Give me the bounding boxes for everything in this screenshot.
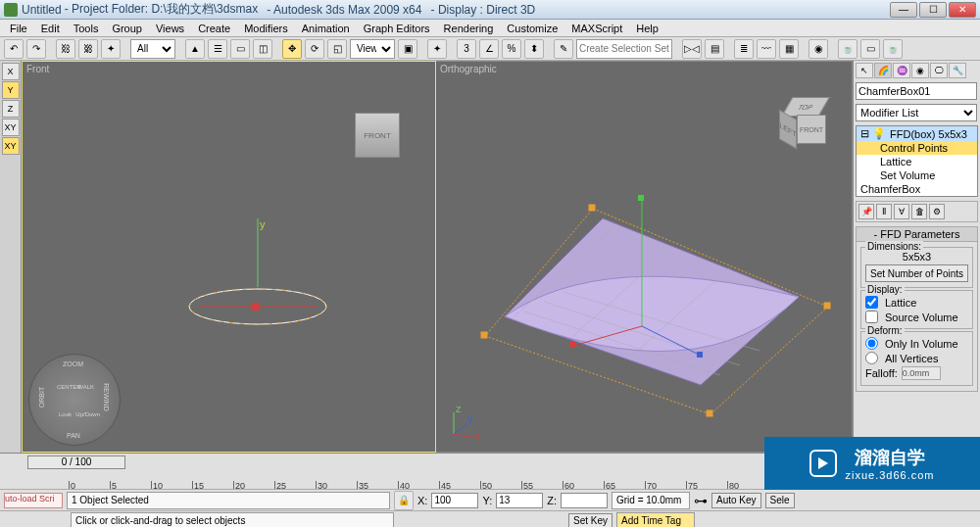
stack-ffd[interactable]: ⊟ 💡 FFD(box) 5x5x3 bbox=[857, 126, 977, 141]
make-unique-button[interactable]: ∀ bbox=[894, 204, 909, 219]
select-by-name-button[interactable]: ☰ bbox=[208, 39, 227, 59]
selection-status: 1 Object Selected bbox=[67, 492, 390, 509]
modify-tab[interactable]: 🌈 bbox=[874, 63, 892, 78]
axis-xy-button[interactable]: XY bbox=[2, 119, 20, 136]
percent-snap-button[interactable]: % bbox=[502, 39, 521, 59]
lattice-checkbox[interactable] bbox=[865, 296, 878, 309]
menu-maxscript[interactable]: MAXScript bbox=[565, 22, 628, 35]
select-rotate-button[interactable]: ⟳ bbox=[305, 39, 324, 59]
align-button[interactable]: ▤ bbox=[705, 39, 724, 59]
stack-lattice[interactable]: Lattice bbox=[857, 155, 977, 168]
remove-modifier-button[interactable]: 🗑 bbox=[911, 204, 927, 219]
curve-editor-button[interactable]: 〰 bbox=[757, 39, 776, 59]
hierarchy-tab[interactable]: ♒ bbox=[893, 63, 910, 78]
material-editor-button[interactable]: ◉ bbox=[808, 39, 828, 59]
add-time-tag-button[interactable]: Add Time Tag bbox=[616, 512, 695, 528]
configure-sets-button[interactable]: ⚙ bbox=[929, 204, 945, 219]
ruler-tick: 60 bbox=[563, 481, 574, 489]
modifier-list-select[interactable]: Modifier List bbox=[856, 104, 977, 121]
named-selection-input[interactable] bbox=[576, 39, 672, 59]
menu-modifiers[interactable]: Modifiers bbox=[238, 22, 294, 35]
selection-lock-button[interactable]: 🔒 bbox=[394, 491, 414, 510]
window-close-button[interactable]: ✕ bbox=[949, 2, 976, 18]
watermark-overlay: 溜溜自学 zixue.3d66.com bbox=[764, 437, 980, 490]
menu-views[interactable]: Views bbox=[150, 22, 190, 35]
select-scale-button[interactable]: ◱ bbox=[327, 39, 347, 59]
falloff-label: Falloff: bbox=[865, 367, 898, 379]
schematic-view-button[interactable]: ▦ bbox=[779, 39, 799, 59]
select-manipulate-button[interactable]: ✦ bbox=[427, 39, 447, 59]
undo-button[interactable]: ↶ bbox=[4, 39, 24, 59]
menu-customize[interactable]: Customize bbox=[501, 22, 564, 35]
select-move-button[interactable]: ✥ bbox=[282, 39, 302, 59]
ffd-parameters-rollup: - FFD Parameters Dimensions: 5x5x3 Set N… bbox=[856, 226, 978, 392]
maxscript-listener-mini[interactable]: uto-load Scri bbox=[4, 493, 63, 508]
redo-button[interactable]: ↷ bbox=[26, 39, 46, 59]
selection-filter-select[interactable]: All bbox=[130, 39, 175, 59]
render-setup-button[interactable]: 🍵 bbox=[838, 39, 858, 59]
menu-animation[interactable]: Animation bbox=[296, 22, 356, 35]
z-coord-input[interactable] bbox=[561, 493, 608, 508]
all-vertices-radio[interactable] bbox=[865, 352, 878, 364]
axis-y-button[interactable]: Y bbox=[2, 81, 20, 99]
rollup-title[interactable]: - FFD Parameters bbox=[857, 227, 977, 242]
unlink-button[interactable]: ⛓̸ bbox=[78, 39, 98, 59]
key-mode-icon[interactable]: ⊶ bbox=[694, 493, 708, 508]
window-titlebar: Untitled - Project Folder: D:\我的文档\3dsma… bbox=[0, 0, 980, 20]
set-number-of-points-button[interactable]: Set Number of Points bbox=[865, 264, 968, 282]
edit-named-selection-button[interactable]: ✎ bbox=[554, 39, 573, 59]
window-minimize-button[interactable]: — bbox=[890, 2, 917, 18]
select-region-rect-button[interactable]: ▭ bbox=[230, 39, 250, 59]
axis-z-button[interactable]: Z bbox=[2, 100, 20, 118]
stack-set-volume[interactable]: Set Volume bbox=[857, 168, 977, 182]
only-in-volume-radio[interactable] bbox=[865, 337, 878, 350]
modifier-stack[interactable]: ⊟ 💡 FFD(box) 5x5x3 Control Points Lattic… bbox=[856, 125, 978, 197]
show-end-result-button[interactable]: Ⅱ bbox=[876, 204, 892, 219]
viewport-front[interactable]: Front FRONT y ZOOM PAN ORBIT REWIND CENT… bbox=[22, 61, 436, 453]
menu-create[interactable]: Create bbox=[192, 22, 236, 35]
render-production-button[interactable]: 🍵 bbox=[883, 39, 903, 59]
rendered-frame-button[interactable]: ▭ bbox=[860, 39, 880, 59]
motion-tab[interactable]: ◉ bbox=[911, 63, 929, 78]
spinner-snap-button[interactable]: ⬍ bbox=[524, 39, 544, 59]
set-key-button[interactable]: Set Key bbox=[568, 513, 612, 528]
pivot-center-button[interactable]: ▣ bbox=[398, 39, 417, 59]
menu-tools[interactable]: Tools bbox=[68, 22, 105, 35]
source-volume-checkbox[interactable] bbox=[865, 311, 878, 323]
display-tab[interactable]: 🖵 bbox=[930, 63, 948, 78]
auto-key-button[interactable]: Auto Key bbox=[711, 493, 761, 508]
svg-rect-17 bbox=[697, 352, 703, 358]
y-coord-input[interactable] bbox=[496, 493, 543, 508]
menu-graph-editors[interactable]: Graph Editors bbox=[358, 22, 436, 35]
create-tab[interactable]: ↖ bbox=[856, 63, 873, 78]
pin-stack-button[interactable]: 📌 bbox=[858, 204, 874, 219]
menu-edit[interactable]: Edit bbox=[35, 22, 66, 35]
navigation-wheel[interactable]: ZOOM PAN ORBIT REWIND CENTER WALK Look U… bbox=[28, 354, 121, 446]
menu-rendering[interactable]: Rendering bbox=[438, 22, 500, 35]
window-crossing-button[interactable]: ◫ bbox=[253, 39, 272, 59]
menu-file[interactable]: File bbox=[4, 22, 33, 35]
x-coord-input[interactable] bbox=[431, 493, 478, 508]
window-maximize-button[interactable]: ☐ bbox=[919, 2, 947, 18]
time-slider-handle[interactable]: 0 / 100 bbox=[27, 455, 125, 469]
ref-coord-select[interactable]: View bbox=[350, 39, 395, 59]
axis-x-button[interactable]: X bbox=[2, 63, 20, 80]
angle-snap-button[interactable]: ∠ bbox=[479, 39, 499, 59]
link-button[interactable]: ⛓ bbox=[56, 39, 75, 59]
menu-group[interactable]: Group bbox=[106, 22, 148, 35]
selected-filter-button[interactable]: Sele bbox=[765, 493, 795, 508]
mirror-button[interactable]: ▷◁ bbox=[682, 39, 702, 59]
utilities-tab[interactable]: 🔧 bbox=[949, 63, 966, 78]
viewcube-front[interactable]: FRONT bbox=[355, 113, 400, 158]
viewport-orthographic[interactable]: Orthographic TOP LEFT FRONT bbox=[436, 61, 853, 453]
object-name-input[interactable] bbox=[856, 82, 977, 100]
stack-chamferbox[interactable]: ChamferBox bbox=[857, 182, 977, 196]
axis-xy2-button[interactable]: XY bbox=[2, 137, 20, 155]
viewport-ortho-label: Orthographic bbox=[440, 64, 497, 74]
layer-manager-button[interactable]: ≣ bbox=[734, 39, 754, 59]
stack-control-points[interactable]: Control Points bbox=[857, 141, 977, 155]
menu-help[interactable]: Help bbox=[630, 22, 664, 35]
select-object-button[interactable]: ▲ bbox=[185, 39, 205, 59]
bind-spacewarp-button[interactable]: ✦ bbox=[101, 39, 121, 59]
snap-toggle-button[interactable]: 3 bbox=[457, 39, 476, 59]
